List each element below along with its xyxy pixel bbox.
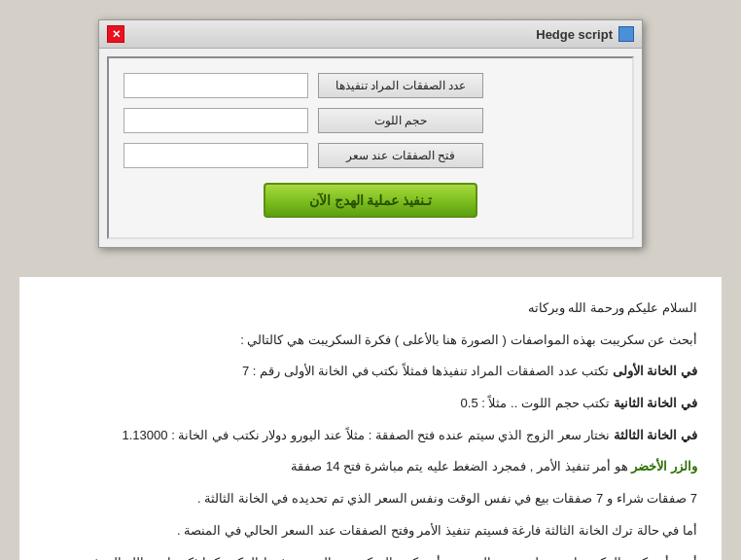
greeting-line: السلام عليكم ورحمة الله وبركاته [44, 297, 697, 321]
form-row-2: حجم اللوت [124, 108, 618, 133]
btn-transactions[interactable]: عدد الصفقات المراد تنفيذها [318, 73, 483, 98]
input-transactions[interactable] [124, 73, 308, 98]
line8: أرجو أن تكون الفكرة واضحة وليس من الضرور… [44, 551, 697, 561]
window-icon [618, 26, 634, 42]
line3-label: في الخانة الثانية [614, 396, 697, 410]
title-bar: Hedge script ✕ [99, 20, 642, 49]
line2-rest: تكتب عدد الصفقات المراد تنفيذها فمثلاً ن… [242, 364, 609, 378]
content-area: السلام عليكم ورحمة الله وبركاته أبحث عن … [19, 277, 722, 560]
form-row-1: عدد الصفقات المراد تنفيذها [124, 73, 618, 98]
line3: في الخانة الثانية تكتب حجم اللوت .. مثلا… [44, 392, 697, 416]
line6: 7 صفقات شراء و 7 صفقات بيع في نفس الوقت … [44, 487, 697, 511]
line5: والزر الأخضر هو أمر تنفيذ الأمر , فمجرد … [44, 455, 697, 479]
line5-green: والزر الأخضر [631, 459, 697, 473]
title-bar-left: Hedge script [536, 26, 634, 42]
btn-lot-size[interactable]: حجم اللوت [318, 108, 483, 133]
execute-button[interactable]: تـنفيذ عملية الهدج الآن [264, 183, 477, 218]
window-body: عدد الصفقات المراد تنفيذها حجم اللوت فتح… [107, 56, 634, 239]
hedge-script-window: Hedge script ✕ عدد الصفقات المراد تنفيذه… [98, 19, 643, 248]
close-button[interactable]: ✕ [107, 25, 124, 43]
line5-rest: هو أمر تنفيذ الأمر , فمجرد الضغط عليه يت… [291, 459, 627, 473]
line4: في الخانة الثالثة نختار سعر الزوج الذي س… [44, 424, 697, 448]
line4-label: في الخانة الثالثة [614, 428, 697, 442]
line2: في الخانة الأولى تكتب عدد الصفقات المراد… [44, 360, 697, 384]
line2-label: في الخانة الأولى [613, 364, 697, 378]
input-open-price[interactable] [124, 143, 308, 168]
form-row-3: فتح الصفقات عند سعر [124, 143, 618, 168]
input-lot-size[interactable] [124, 108, 308, 133]
line7: أما في حالة ترك الخانة الثالثة فارغة فسي… [44, 519, 697, 543]
line1: أبحث عن سكريبت بهذه المواصفات ( الصورة ه… [44, 329, 697, 353]
line4-rest: نختار سعر الزوج الذي سيتم عنده فتح الصفق… [123, 428, 611, 442]
desktop: Hedge script ✕ عدد الصفقات المراد تنفيذه… [0, 0, 741, 560]
window-title: Hedge script [536, 27, 613, 42]
line3-rest: تكتب حجم اللوت .. مثلاً : 0.5 [461, 396, 611, 410]
btn-open-price[interactable]: فتح الصفقات عند سعر [318, 143, 483, 168]
